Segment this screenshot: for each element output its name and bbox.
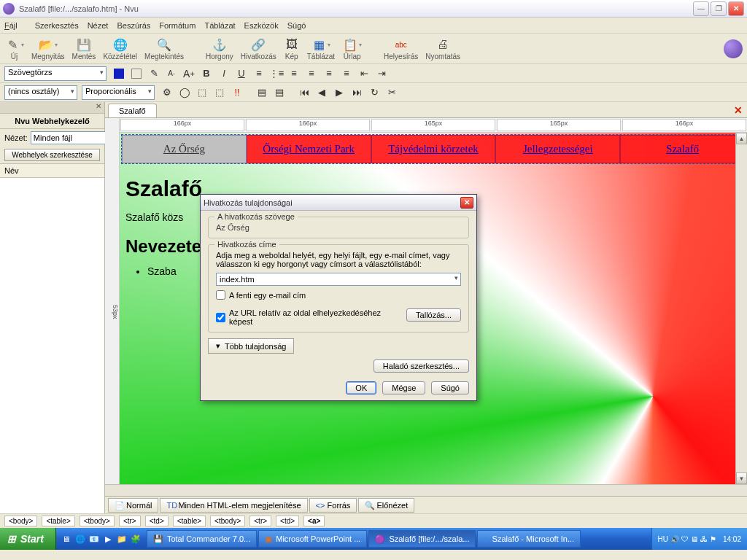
layer2-button[interactable]: ▤ (271, 85, 287, 100)
task-item[interactable]: ▣Microsoft PowerPoint ... (258, 530, 367, 548)
url-combo[interactable]: index.htm (216, 273, 461, 286)
menu-help[interactable]: Súgó (287, 21, 306, 30)
new-button[interactable]: ✎▾Új (4, 36, 24, 61)
table-button[interactable]: ▦▾Táblázat (307, 36, 335, 61)
ql-icon[interactable]: 🌐 (74, 533, 86, 545)
task-item[interactable]: 💾Total Commander 7.0... (147, 530, 257, 548)
align-center-button[interactable]: ≡ (303, 66, 320, 81)
crumb[interactable]: <tbody> (210, 516, 245, 526)
strong-button[interactable]: ◯ (177, 85, 193, 100)
vertical-scrollbar[interactable]: ▲ ▼ (735, 133, 747, 484)
link-button[interactable]: 🔗Hivatkozás (241, 36, 276, 61)
em-button[interactable]: ⚙ (159, 85, 175, 100)
more-properties-button[interactable]: ▾Több tulajdonság (208, 338, 294, 354)
nav-link[interactable]: Szalafő (620, 135, 745, 163)
viewtab-source[interactable]: <>Forrás (309, 498, 357, 513)
loop-button[interactable]: ↻ (366, 85, 382, 100)
sidebar-edit-sites-button[interactable]: Webhelyek szerkesztése (4, 149, 100, 161)
crumb[interactable]: <body> (4, 516, 37, 526)
ql-icon[interactable]: ▶ (102, 533, 114, 545)
highlight-button[interactable]: ✎ (146, 66, 162, 81)
span-button[interactable]: ⬚ (194, 85, 210, 100)
nav-link[interactable]: Őrségi Nemzeti Park (247, 135, 371, 163)
seek-prev-button[interactable]: ◀ (314, 85, 330, 100)
cancel-button[interactable]: Mégse (382, 381, 425, 394)
page-li[interactable]: Szaba (147, 265, 202, 277)
page-h2[interactable]: Nevezete (125, 236, 202, 257)
clock[interactable]: 14:02 (723, 535, 741, 543)
open-button[interactable]: 📂▾Megnyitás (31, 36, 65, 61)
maximize-button[interactable]: ❐ (711, 1, 727, 16)
align-justify-button[interactable]: ≡ (338, 66, 355, 81)
nav-link-selected[interactable]: Az Őrség (122, 135, 247, 163)
ql-icon[interactable]: 📁 (116, 533, 128, 545)
viewtab-preview[interactable]: 🔍Előnézet (358, 498, 414, 513)
crumb[interactable]: <table> (42, 516, 74, 526)
print-button[interactable]: 🖨Nyomtatás (425, 36, 460, 61)
publish-button[interactable]: 🌐Közzététel (103, 36, 137, 61)
bg-color-button[interactable] (128, 66, 144, 81)
sidebar-tree[interactable] (0, 178, 104, 513)
font-combo[interactable]: Proporcionális (82, 85, 155, 100)
ql-icon[interactable]: 📧 (88, 533, 100, 545)
menu-edit[interactable]: Szerkesztés (35, 21, 79, 30)
tab-close-icon[interactable]: ✕ (734, 104, 743, 116)
tray-icon[interactable]: 🛡 (681, 535, 689, 543)
nav-link[interactable]: Jellegzetességei (495, 135, 620, 163)
italic-button[interactable]: I (216, 66, 232, 81)
viewtab-normal[interactable]: 📄Normál (108, 498, 158, 513)
class-combo[interactable]: (nincs osztály) (4, 85, 77, 100)
crumb[interactable]: <tr> (119, 516, 141, 526)
align-left-button[interactable]: ≡ (286, 66, 302, 81)
start-button[interactable]: ⊞ Start (0, 528, 56, 550)
save-button[interactable]: 💾Mentés (72, 36, 96, 61)
menu-table[interactable]: Táblázat (204, 21, 235, 30)
abbr-button[interactable]: ⬚ (212, 85, 228, 100)
paragraph-combo[interactable]: Szövegtörzs (4, 66, 107, 81)
seek-last-button[interactable]: ⏭ (349, 85, 365, 100)
crumb[interactable]: <tr> (249, 516, 271, 526)
seek-next-button[interactable]: ▶ (331, 85, 347, 100)
task-item-active[interactable]: 🟣Szalafő [file:/.../szala... (368, 530, 476, 548)
tray-icon[interactable]: 🖧 (700, 535, 708, 543)
image-button[interactable]: 🖼Kép (284, 36, 300, 61)
relative-checkbox[interactable]: Az URL relatív az oldal elhelyezkedéséhe… (216, 308, 406, 326)
sidebar-col-name[interactable]: Név (0, 163, 104, 178)
lang-indicator[interactable]: HU (658, 535, 668, 543)
bold-button[interactable]: B (198, 66, 214, 81)
indent-button[interactable]: ⇥ (374, 66, 390, 81)
list-ul-button[interactable]: ⋮≡ (268, 66, 285, 81)
crop-button[interactable]: ✂ (384, 85, 400, 100)
close-button[interactable]: ✕ (728, 1, 744, 16)
underline-button[interactable]: U (233, 66, 249, 81)
layer-button[interactable]: ▤ (254, 85, 270, 100)
help-button[interactable]: Súgó (431, 381, 469, 394)
browse-button[interactable]: 🔍Megtekintés (144, 36, 184, 61)
document-tab[interactable]: Szalafő (108, 104, 157, 117)
outdent-button[interactable]: ⇤ (356, 66, 372, 81)
tray-icon[interactable]: ⚑ (710, 535, 716, 543)
crumb[interactable]: <table> (173, 516, 206, 526)
crumb[interactable]: <td> (276, 516, 299, 526)
menu-file[interactable]: Fájl (4, 21, 26, 30)
form-button[interactable]: 📋▾Űrlap (342, 36, 362, 61)
menu-tools[interactable]: Eszközök (244, 21, 279, 30)
crumb[interactable]: <tbody> (80, 516, 115, 526)
tray-icon[interactable]: 🖥 (691, 535, 698, 543)
text-color-button[interactable] (111, 66, 127, 81)
sidebar-close[interactable]: ✕ (0, 102, 104, 114)
font-bigger-button[interactable]: A+ (181, 66, 197, 81)
ql-icon[interactable]: 🧩 (130, 533, 142, 545)
menu-view[interactable]: Nézet (88, 21, 109, 30)
tray-icon[interactable]: 🔊 (670, 535, 679, 543)
menu-format[interactable]: Formátum (159, 21, 196, 30)
ql-icon[interactable]: 🖥 (61, 533, 72, 545)
align-right-button[interactable]: ≡ (321, 66, 337, 81)
email-checkbox[interactable]: A fenti egy e-mail cím (216, 290, 461, 300)
minimize-button[interactable]: — (693, 1, 709, 16)
task-item[interactable]: eSzalafő - Microsoft In... (477, 530, 581, 548)
list-ol-button[interactable]: ≡ (251, 66, 267, 81)
nav-table[interactable]: Az Őrség Őrségi Nemzeti Park Tájvédelmi … (121, 134, 746, 164)
exclaim-button[interactable]: !! (229, 85, 245, 100)
menu-insert[interactable]: Beszúrás (117, 21, 150, 30)
